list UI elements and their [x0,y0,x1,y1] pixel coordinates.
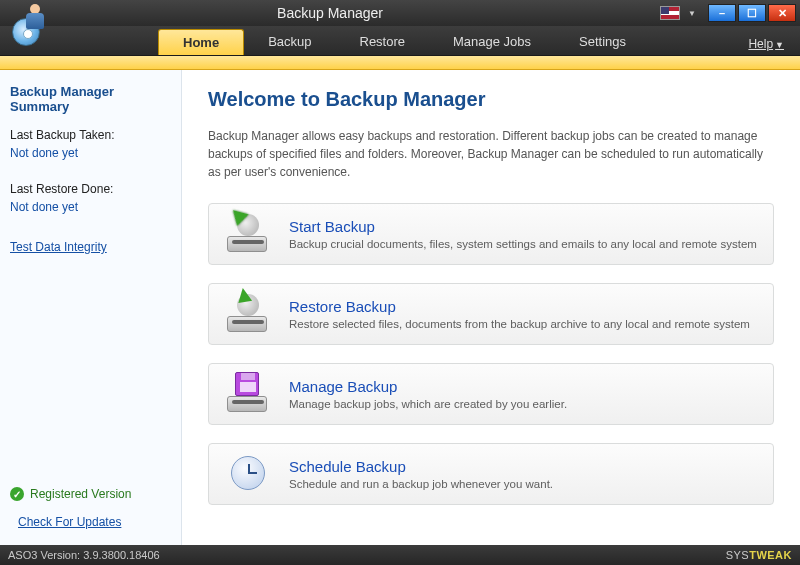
schedule-backup-card[interactable]: Schedule Backup Schedule and run a backu… [208,443,774,505]
restore-backup-desc: Restore selected files, documents from t… [289,318,750,330]
version-text: ASO3 Version: 3.9.3800.18406 [8,549,160,561]
registered-status: ✓ Registered Version [10,487,171,501]
page-title: Welcome to Backup Manager [208,88,774,111]
manage-backup-title: Manage Backup [289,378,567,395]
start-backup-title: Start Backup [289,218,757,235]
last-restore-label: Last Restore Done: [10,182,171,196]
ribbon-bar: Home Backup Restore Manage Jobs Settings… [0,26,800,56]
start-backup-icon [223,214,271,254]
last-restore-block: Last Restore Done: Not done yet [10,182,171,232]
help-menu[interactable]: Help▼ [740,33,792,55]
tab-manage-jobs[interactable]: Manage Jobs [429,29,555,55]
content-area: Backup Manager Summary Last Backup Taken… [0,70,800,545]
window-title: Backup Manager [0,5,660,21]
restore-backup-icon [223,294,271,334]
minimize-button[interactable]: – [708,4,736,22]
app-logo-icon [6,6,52,52]
schedule-backup-desc: Schedule and run a backup job whenever y… [289,478,553,490]
last-backup-block: Last Backup Taken: Not done yet [10,128,171,178]
brand-text: SYSTWEAK [726,549,792,561]
start-backup-desc: Backup crucial documents, files, system … [289,238,757,250]
tab-strip: Home Backup Restore Manage Jobs Settings [158,29,650,55]
tab-settings[interactable]: Settings [555,29,650,55]
last-restore-value: Not done yet [10,200,171,214]
language-flag-icon[interactable] [660,6,680,20]
tab-restore[interactable]: Restore [336,29,430,55]
close-button[interactable]: ✕ [768,4,796,22]
tab-home[interactable]: Home [158,29,244,55]
checkmark-icon: ✓ [10,487,24,501]
last-backup-label: Last Backup Taken: [10,128,171,142]
sidebar-summary-title: Backup Manager Summary [10,84,171,114]
sidebar: Backup Manager Summary Last Backup Taken… [0,70,182,545]
manage-backup-icon [223,374,271,414]
manage-backup-card[interactable]: Manage Backup Manage backup jobs, which … [208,363,774,425]
intro-text: Backup Manager allows easy backups and r… [208,127,774,181]
tab-backup[interactable]: Backup [244,29,335,55]
schedule-backup-icon [223,454,271,494]
last-backup-value: Not done yet [10,146,171,160]
titlebar: Backup Manager ▼ – ☐ ✕ [0,0,800,26]
schedule-backup-title: Schedule Backup [289,458,553,475]
status-bar: ASO3 Version: 3.9.3800.18406 SYSTWEAK [0,545,800,565]
language-dropdown-arrow[interactable]: ▼ [688,9,696,18]
check-for-updates-link[interactable]: Check For Updates [18,515,171,529]
manage-backup-desc: Manage backup jobs, which are created by… [289,398,567,410]
restore-backup-title: Restore Backup [289,298,750,315]
ribbon-sub-bar [0,56,800,70]
main-panel: Welcome to Backup Manager Backup Manager… [182,70,800,545]
maximize-button[interactable]: ☐ [738,4,766,22]
registered-label: Registered Version [30,487,131,501]
test-data-integrity-link[interactable]: Test Data Integrity [10,240,171,254]
chevron-down-icon: ▼ [775,40,784,50]
restore-backup-card[interactable]: Restore Backup Restore selected files, d… [208,283,774,345]
start-backup-card[interactable]: Start Backup Backup crucial documents, f… [208,203,774,265]
help-label: Help [748,37,773,51]
window-controls: – ☐ ✕ [706,4,796,22]
